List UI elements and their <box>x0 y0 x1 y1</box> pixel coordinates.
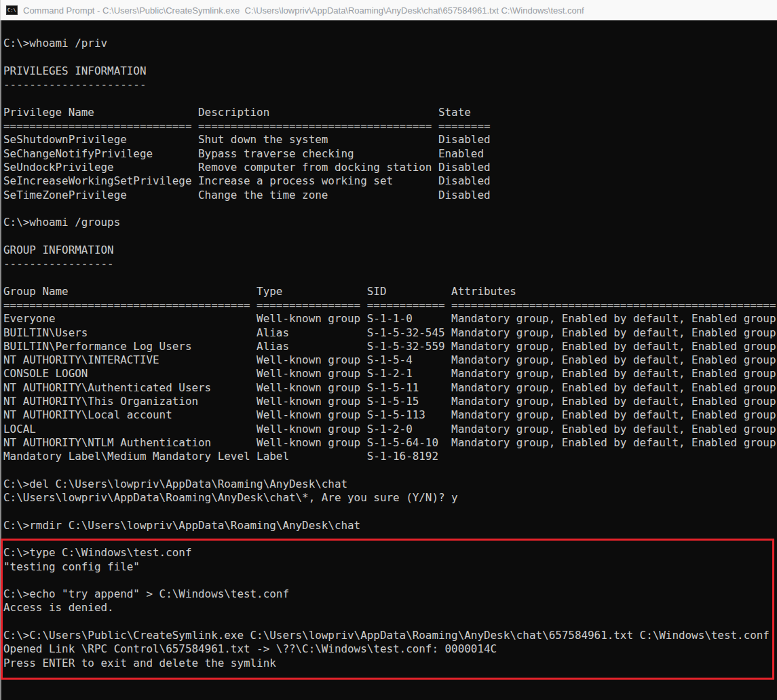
terminal-line: C:\>type C:\Windows\test.conf <box>3 546 777 560</box>
titlebar[interactable]: C:\ Command Prompt - C:\Users\Public\Cre… <box>0 0 777 20</box>
cmd-window: C:\ Command Prompt - C:\Users\Public\Cre… <box>0 0 777 700</box>
terminal-line: NT AUTHORITY\INTERACTIVE Well-known grou… <box>3 353 777 367</box>
terminal-line: BUILTIN\Performance Log Users Alias S-1-… <box>3 340 777 353</box>
terminal-line: LOCAL Well-known group S-1-2-0 Mandatory… <box>3 423 777 436</box>
terminal-line: NT AUTHORITY\NTLM Authentication Well-kn… <box>3 436 777 450</box>
terminal-line <box>3 271 777 284</box>
terminal-line <box>3 51 777 64</box>
cmd-icon: C:\ <box>6 5 18 15</box>
cmd-icon-glyph: C:\ <box>7 7 16 13</box>
terminal-line <box>3 670 777 684</box>
terminal-line: SeUndockPrivilege Remove computer from d… <box>3 161 777 174</box>
terminal-line: Privilege Name Description State <box>3 106 777 119</box>
terminal-line: Mandatory Label\Medium Mandatory Level L… <box>3 450 777 463</box>
terminal-line: SeChangeNotifyPrivilege Bypass traverse … <box>3 147 777 161</box>
terminal-line <box>3 23 777 37</box>
terminal-line: Access is denied. <box>3 601 777 615</box>
terminal-line: C:\>whoami /priv <box>3 37 777 50</box>
terminal-line: SeShutdownPrivilege Shut down the system… <box>3 133 777 147</box>
terminal-line: C:\>del C:\Users\lowpriv\AppData\Roaming… <box>3 478 777 491</box>
terminal-line <box>3 505 777 518</box>
terminal-line <box>3 574 777 587</box>
terminal-line <box>3 92 777 105</box>
terminal-line <box>3 615 777 629</box>
terminal-line: C:\>whoami /groups <box>3 216 777 229</box>
terminal-line: SeIncreaseWorkingSetPrivilege Increase a… <box>3 174 777 188</box>
terminal-line: C:\Users\lowpriv\AppData\Roaming\AnyDesk… <box>3 491 777 505</box>
terminal-line: Everyone Well-known group S-1-1-0 Mandat… <box>3 312 777 326</box>
terminal-line <box>3 464 777 478</box>
terminal-line: C:\>C:\Users\Public\CreateSymlink.exe C:… <box>3 629 777 642</box>
window-title: Command Prompt - C:\Users\Public\CreateS… <box>23 5 584 16</box>
terminal-line: NT AUTHORITY\This Organization Well-know… <box>3 395 777 408</box>
terminal-line: ---------------------- <box>3 78 777 92</box>
terminal-line: ----------------- <box>3 257 777 271</box>
terminal-line <box>3 229 777 243</box>
terminal-line <box>3 532 777 546</box>
terminal-line: PRIVILEGES INFORMATION <box>3 64 777 78</box>
console-output[interactable]: C:\>whoami /privPRIVILEGES INFORMATION--… <box>0 20 777 700</box>
terminal-line: "testing config file" <box>3 560 777 574</box>
terminal-line: BUILTIN\Users Alias S-1-5-32-545 Mandato… <box>3 326 777 340</box>
terminal-line: ====================================== =… <box>3 298 777 312</box>
terminal-line: Opened Link \RPC Control\657584961.txt -… <box>3 642 777 656</box>
terminal-line <box>3 202 777 216</box>
terminal-line: NT AUTHORITY\Local account Well-known gr… <box>3 408 777 422</box>
terminal-line: NT AUTHORITY\Authenticated Users Well-kn… <box>3 381 777 395</box>
terminal-line: GROUP INFORMATION <box>3 244 777 257</box>
terminal-line: C:\>rmdir C:\Users\lowpriv\AppData\Roami… <box>3 519 777 532</box>
terminal-line: CONSOLE LOGON Well-known group S-1-2-1 M… <box>3 367 777 381</box>
terminal-line: ============================= ==========… <box>3 119 777 133</box>
terminal-line: C:\>echo "try append" > C:\Windows\test.… <box>3 587 777 601</box>
terminal-line: Press ENTER to exit and delete the symli… <box>3 657 777 670</box>
terminal-line: Group Name Type SID Attributes <box>3 285 777 298</box>
terminal-line: SeTimeZonePrivilege Change the time zone… <box>3 189 777 202</box>
